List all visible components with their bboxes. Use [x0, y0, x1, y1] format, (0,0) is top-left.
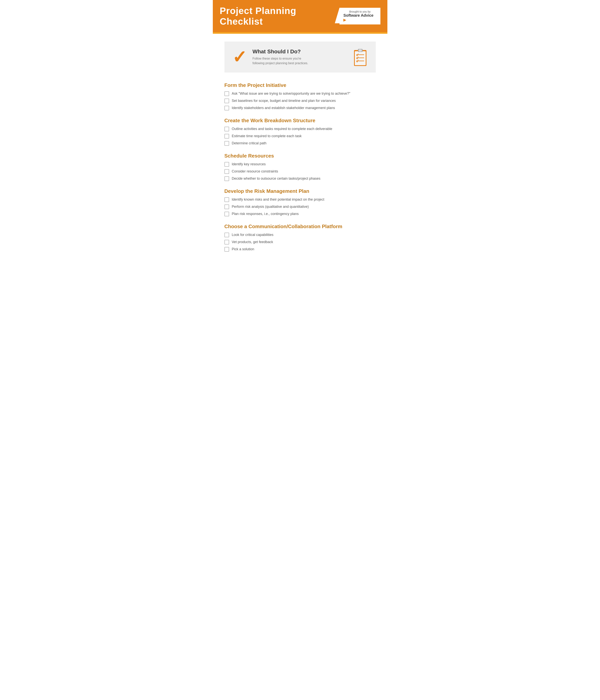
- item-text: Identify stakeholders and establish stak…: [232, 105, 335, 110]
- accent-bar: [213, 32, 388, 34]
- intro-section: ✓ What Should I Do? Follow these steps t…: [213, 34, 388, 76]
- header: Project Planning Checklist Brought to yo…: [213, 0, 388, 32]
- item-text: Decide whether to outsource certain task…: [232, 176, 321, 181]
- checkbox[interactable]: [224, 197, 229, 202]
- checkbox[interactable]: [224, 99, 229, 103]
- section-title-schedule-resources: Schedule Resources: [224, 153, 376, 159]
- intro-title: What Should I Do?: [253, 49, 347, 55]
- intro-text: What Should I Do? Follow these steps to …: [253, 49, 347, 66]
- checklist-item: Perform risk analysis (qualitative and q…: [224, 204, 376, 209]
- checklist-item: Estimate time required to complete each …: [224, 133, 376, 139]
- checkbox[interactable]: [224, 169, 229, 174]
- intro-subtitle: Follow these steps to ensure you'refollo…: [253, 56, 347, 66]
- checklist-item: Consider resource constraints: [224, 169, 376, 174]
- item-text: Determine critical path: [232, 141, 267, 146]
- page-title: Project Planning Checklist: [220, 5, 340, 27]
- checklist-item: Decide whether to outsource certain task…: [224, 176, 376, 181]
- item-text: Plan risk responses, i.e., contingency p…: [232, 211, 299, 217]
- checklist-item: Vet products, get feedback: [224, 240, 376, 245]
- branding-name-text: Software Advice ▶: [343, 13, 376, 22]
- checkbox[interactable]: [224, 204, 229, 209]
- checklist-item: Identify key resources: [224, 161, 376, 167]
- item-text: Identify key resources: [232, 161, 266, 167]
- checkbox[interactable]: [224, 247, 229, 252]
- section-title-create-work-breakdown: Create the Work Breakdown Structure: [224, 118, 376, 124]
- item-text: Consider resource constraints: [232, 169, 278, 174]
- section-title-develop-risk-management: Develop the Risk Management Plan: [224, 188, 376, 194]
- checkbox[interactable]: [224, 141, 229, 146]
- checkbox[interactable]: [224, 106, 229, 110]
- checkbox[interactable]: [224, 233, 229, 237]
- checklist-item: Look for critical capabilities: [224, 232, 376, 238]
- checkbox[interactable]: [224, 212, 229, 216]
- section-create-work-breakdown: Create the Work Breakdown StructureOutli…: [224, 118, 376, 146]
- checkbox[interactable]: [224, 127, 229, 131]
- section-develop-risk-management: Develop the Risk Management PlanIdentify…: [224, 188, 376, 217]
- main-content: Form the Project InitiativeAsk "What iss…: [213, 76, 388, 267]
- checkbox[interactable]: [224, 134, 229, 139]
- item-text: Pick a solution: [232, 247, 254, 252]
- checkbox[interactable]: [224, 176, 229, 181]
- checklist-item: Outline activities and tasks required to…: [224, 126, 376, 131]
- section-form-project-initiative: Form the Project InitiativeAsk "What iss…: [224, 82, 376, 110]
- section-title-choose-communication-platform: Choose a Communication/Collaboration Pla…: [224, 224, 376, 229]
- intro-box: ✓ What Should I Do? Follow these steps t…: [224, 42, 376, 73]
- sections-container: Form the Project InitiativeAsk "What iss…: [224, 82, 376, 252]
- section-choose-communication-platform: Choose a Communication/Collaboration Pla…: [224, 224, 376, 252]
- item-text: Outline activities and tasks required to…: [232, 126, 332, 131]
- item-text: Perform risk analysis (qualitative and q…: [232, 204, 309, 209]
- branding-box: Brought to you by Software Advice ▶: [340, 8, 380, 24]
- checklist-item: Identify stakeholders and establish stak…: [224, 105, 376, 110]
- section-title-form-project-initiative: Form the Project Initiative: [224, 82, 376, 88]
- checklist-item: Identify known risks and their potential…: [224, 197, 376, 202]
- branding-icon: ▶: [343, 18, 346, 22]
- checklist-item: Determine critical path: [224, 141, 376, 146]
- checkbox[interactable]: [224, 240, 229, 245]
- checklist-item: Ask "What issue are we trying to solve/o…: [224, 91, 376, 96]
- clipboard-icon: [352, 47, 368, 67]
- item-text: Identify known risks and their potential…: [232, 197, 324, 202]
- item-text: Ask "What issue are we trying to solve/o…: [232, 91, 350, 96]
- checklist-item: Pick a solution: [224, 247, 376, 252]
- checkbox[interactable]: [224, 91, 229, 96]
- checkmark-icon: ✓: [232, 48, 247, 66]
- svg-rect-3: [359, 49, 362, 52]
- checklist-item: Plan risk responses, i.e., contingency p…: [224, 211, 376, 217]
- item-text: Vet products, get feedback: [232, 240, 273, 245]
- item-text: Set baselines for scope, budget and time…: [232, 98, 336, 103]
- section-schedule-resources: Schedule ResourcesIdentify key resources…: [224, 153, 376, 181]
- checkbox[interactable]: [224, 162, 229, 167]
- checklist-item: Set baselines for scope, budget and time…: [224, 98, 376, 103]
- item-text: Estimate time required to complete each …: [232, 133, 302, 139]
- item-text: Look for critical capabilities: [232, 232, 274, 238]
- branding-top-text: Brought to you by: [349, 10, 371, 13]
